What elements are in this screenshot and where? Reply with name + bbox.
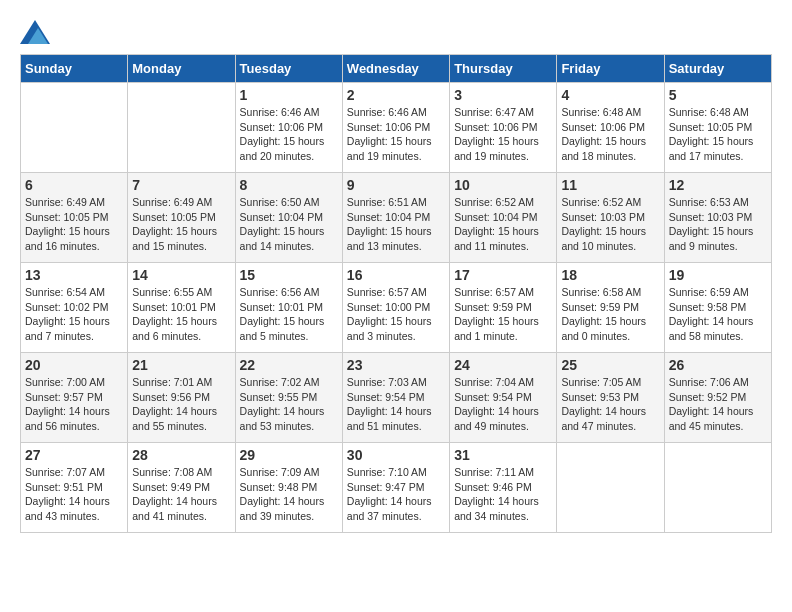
day-info: Sunrise: 6:58 AM Sunset: 9:59 PM Dayligh…: [561, 285, 659, 344]
day-number: 20: [25, 357, 123, 373]
calendar-cell: 3Sunrise: 6:47 AM Sunset: 10:06 PM Dayli…: [450, 83, 557, 173]
calendar-cell: [21, 83, 128, 173]
calendar-cell: 20Sunrise: 7:00 AM Sunset: 9:57 PM Dayli…: [21, 353, 128, 443]
day-number: 17: [454, 267, 552, 283]
calendar-week-row: 27Sunrise: 7:07 AM Sunset: 9:51 PM Dayli…: [21, 443, 772, 533]
day-header-thursday: Thursday: [450, 55, 557, 83]
calendar-cell: 30Sunrise: 7:10 AM Sunset: 9:47 PM Dayli…: [342, 443, 449, 533]
calendar-cell: 24Sunrise: 7:04 AM Sunset: 9:54 PM Dayli…: [450, 353, 557, 443]
day-info: Sunrise: 6:57 AM Sunset: 10:00 PM Daylig…: [347, 285, 445, 344]
day-info: Sunrise: 7:02 AM Sunset: 9:55 PM Dayligh…: [240, 375, 338, 434]
day-number: 15: [240, 267, 338, 283]
day-header-sunday: Sunday: [21, 55, 128, 83]
day-number: 6: [25, 177, 123, 193]
calendar-cell: 14Sunrise: 6:55 AM Sunset: 10:01 PM Dayl…: [128, 263, 235, 353]
calendar-cell: 13Sunrise: 6:54 AM Sunset: 10:02 PM Dayl…: [21, 263, 128, 353]
day-header-friday: Friday: [557, 55, 664, 83]
calendar-cell: 5Sunrise: 6:48 AM Sunset: 10:05 PM Dayli…: [664, 83, 771, 173]
day-info: Sunrise: 6:48 AM Sunset: 10:06 PM Daylig…: [561, 105, 659, 164]
day-info: Sunrise: 7:03 AM Sunset: 9:54 PM Dayligh…: [347, 375, 445, 434]
logo: [20, 20, 54, 44]
day-info: Sunrise: 7:11 AM Sunset: 9:46 PM Dayligh…: [454, 465, 552, 524]
day-info: Sunrise: 6:52 AM Sunset: 10:03 PM Daylig…: [561, 195, 659, 254]
day-number: 8: [240, 177, 338, 193]
day-number: 9: [347, 177, 445, 193]
day-number: 29: [240, 447, 338, 463]
calendar-cell: 31Sunrise: 7:11 AM Sunset: 9:46 PM Dayli…: [450, 443, 557, 533]
calendar-cell: 16Sunrise: 6:57 AM Sunset: 10:00 PM Dayl…: [342, 263, 449, 353]
calendar-cell: 11Sunrise: 6:52 AM Sunset: 10:03 PM Dayl…: [557, 173, 664, 263]
day-number: 11: [561, 177, 659, 193]
day-info: Sunrise: 6:57 AM Sunset: 9:59 PM Dayligh…: [454, 285, 552, 344]
day-info: Sunrise: 6:51 AM Sunset: 10:04 PM Daylig…: [347, 195, 445, 254]
calendar-cell: [664, 443, 771, 533]
day-number: 28: [132, 447, 230, 463]
day-info: Sunrise: 6:52 AM Sunset: 10:04 PM Daylig…: [454, 195, 552, 254]
calendar-cell: 17Sunrise: 6:57 AM Sunset: 9:59 PM Dayli…: [450, 263, 557, 353]
day-info: Sunrise: 7:09 AM Sunset: 9:48 PM Dayligh…: [240, 465, 338, 524]
calendar-cell: 25Sunrise: 7:05 AM Sunset: 9:53 PM Dayli…: [557, 353, 664, 443]
calendar-cell: 2Sunrise: 6:46 AM Sunset: 10:06 PM Dayli…: [342, 83, 449, 173]
day-info: Sunrise: 7:10 AM Sunset: 9:47 PM Dayligh…: [347, 465, 445, 524]
calendar-cell: 4Sunrise: 6:48 AM Sunset: 10:06 PM Dayli…: [557, 83, 664, 173]
calendar-week-row: 6Sunrise: 6:49 AM Sunset: 10:05 PM Dayli…: [21, 173, 772, 263]
calendar-header-row: SundayMondayTuesdayWednesdayThursdayFrid…: [21, 55, 772, 83]
calendar-cell: 23Sunrise: 7:03 AM Sunset: 9:54 PM Dayli…: [342, 353, 449, 443]
day-info: Sunrise: 6:53 AM Sunset: 10:03 PM Daylig…: [669, 195, 767, 254]
day-info: Sunrise: 6:47 AM Sunset: 10:06 PM Daylig…: [454, 105, 552, 164]
day-info: Sunrise: 7:00 AM Sunset: 9:57 PM Dayligh…: [25, 375, 123, 434]
day-number: 24: [454, 357, 552, 373]
day-number: 5: [669, 87, 767, 103]
calendar-cell: 29Sunrise: 7:09 AM Sunset: 9:48 PM Dayli…: [235, 443, 342, 533]
day-number: 16: [347, 267, 445, 283]
day-info: Sunrise: 7:08 AM Sunset: 9:49 PM Dayligh…: [132, 465, 230, 524]
day-info: Sunrise: 6:46 AM Sunset: 10:06 PM Daylig…: [347, 105, 445, 164]
day-number: 10: [454, 177, 552, 193]
day-number: 12: [669, 177, 767, 193]
day-info: Sunrise: 6:56 AM Sunset: 10:01 PM Daylig…: [240, 285, 338, 344]
calendar-week-row: 13Sunrise: 6:54 AM Sunset: 10:02 PM Dayl…: [21, 263, 772, 353]
calendar-week-row: 20Sunrise: 7:00 AM Sunset: 9:57 PM Dayli…: [21, 353, 772, 443]
day-info: Sunrise: 7:05 AM Sunset: 9:53 PM Dayligh…: [561, 375, 659, 434]
calendar-cell: 8Sunrise: 6:50 AM Sunset: 10:04 PM Dayli…: [235, 173, 342, 263]
day-number: 7: [132, 177, 230, 193]
day-number: 4: [561, 87, 659, 103]
day-info: Sunrise: 6:49 AM Sunset: 10:05 PM Daylig…: [132, 195, 230, 254]
day-number: 1: [240, 87, 338, 103]
calendar-cell: 12Sunrise: 6:53 AM Sunset: 10:03 PM Dayl…: [664, 173, 771, 263]
calendar-table: SundayMondayTuesdayWednesdayThursdayFrid…: [20, 54, 772, 533]
day-info: Sunrise: 6:59 AM Sunset: 9:58 PM Dayligh…: [669, 285, 767, 344]
calendar-cell: 9Sunrise: 6:51 AM Sunset: 10:04 PM Dayli…: [342, 173, 449, 263]
day-number: 26: [669, 357, 767, 373]
day-number: 3: [454, 87, 552, 103]
calendar-cell: 28Sunrise: 7:08 AM Sunset: 9:49 PM Dayli…: [128, 443, 235, 533]
calendar-week-row: 1Sunrise: 6:46 AM Sunset: 10:06 PM Dayli…: [21, 83, 772, 173]
calendar-cell: 15Sunrise: 6:56 AM Sunset: 10:01 PM Dayl…: [235, 263, 342, 353]
day-info: Sunrise: 7:01 AM Sunset: 9:56 PM Dayligh…: [132, 375, 230, 434]
calendar-cell: 22Sunrise: 7:02 AM Sunset: 9:55 PM Dayli…: [235, 353, 342, 443]
day-number: 21: [132, 357, 230, 373]
day-info: Sunrise: 6:50 AM Sunset: 10:04 PM Daylig…: [240, 195, 338, 254]
page-header: [20, 20, 772, 44]
day-number: 30: [347, 447, 445, 463]
day-info: Sunrise: 6:48 AM Sunset: 10:05 PM Daylig…: [669, 105, 767, 164]
day-number: 23: [347, 357, 445, 373]
day-number: 22: [240, 357, 338, 373]
day-info: Sunrise: 6:54 AM Sunset: 10:02 PM Daylig…: [25, 285, 123, 344]
day-number: 31: [454, 447, 552, 463]
calendar-cell: 27Sunrise: 7:07 AM Sunset: 9:51 PM Dayli…: [21, 443, 128, 533]
calendar-cell: [128, 83, 235, 173]
day-number: 18: [561, 267, 659, 283]
day-info: Sunrise: 6:49 AM Sunset: 10:05 PM Daylig…: [25, 195, 123, 254]
day-info: Sunrise: 7:04 AM Sunset: 9:54 PM Dayligh…: [454, 375, 552, 434]
calendar-cell: 7Sunrise: 6:49 AM Sunset: 10:05 PM Dayli…: [128, 173, 235, 263]
calendar-cell: 1Sunrise: 6:46 AM Sunset: 10:06 PM Dayli…: [235, 83, 342, 173]
calendar-cell: 6Sunrise: 6:49 AM Sunset: 10:05 PM Dayli…: [21, 173, 128, 263]
day-header-wednesday: Wednesday: [342, 55, 449, 83]
calendar-cell: [557, 443, 664, 533]
day-header-tuesday: Tuesday: [235, 55, 342, 83]
day-number: 14: [132, 267, 230, 283]
calendar-cell: 26Sunrise: 7:06 AM Sunset: 9:52 PM Dayli…: [664, 353, 771, 443]
day-number: 2: [347, 87, 445, 103]
day-info: Sunrise: 7:06 AM Sunset: 9:52 PM Dayligh…: [669, 375, 767, 434]
